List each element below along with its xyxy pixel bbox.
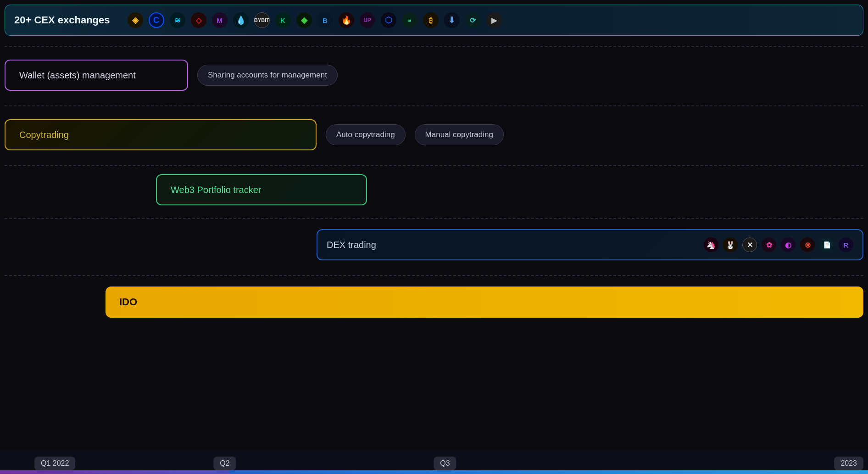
coinbase-icon[interactable]: C (149, 12, 164, 28)
divider-1 (5, 46, 863, 47)
timeline-label-q3: Q3 (434, 457, 456, 470)
stacks-icon[interactable]: ≡ (402, 12, 417, 28)
web3-label: Web3 Portfolio tracker (171, 185, 262, 195)
timeline-label-q2: Q2 (213, 457, 236, 470)
manga-icon[interactable]: 📄 (819, 237, 834, 252)
tradeogre-icon[interactable]: ≋ (170, 12, 185, 28)
last-ex-icon[interactable]: ▶ (486, 12, 502, 28)
rabbit-icon[interactable]: 🐰 (723, 237, 738, 252)
nav-icon[interactable]: ⬡ (381, 12, 396, 28)
dex-icons: 🦄 🐰 ✕ ✿ ◐ ⊗ 📄 R (704, 237, 853, 252)
divider-2 (5, 105, 863, 106)
copytrading-box: Copytrading (5, 119, 317, 150)
ido-box: IDO (106, 287, 863, 318)
exchange-icons: ◈ C ≋ ◇ M 💧 BYBIT K ◆ B 🔥 UP ⬡ ≡ ₿ ⬇ ⟳ ▶ (128, 12, 502, 28)
sharing-tag: Sharing accounts for management (197, 65, 338, 86)
binance-icon[interactable]: ◈ (128, 12, 143, 28)
bex-icon[interactable]: B (317, 12, 333, 28)
gate-icon[interactable]: ◇ (191, 12, 206, 28)
divider-4 (5, 218, 863, 219)
auto-label: Auto copytrading (336, 130, 395, 139)
curve-icon[interactable]: ◐ (781, 237, 796, 252)
ido-row: IDO (5, 287, 863, 318)
layer-icon[interactable]: ⟳ (465, 12, 481, 28)
manual-copytrading-tag: Manual copytrading (415, 124, 504, 145)
timeline-segment-purple (0, 470, 229, 474)
cross-icon[interactable]: ⊗ (800, 237, 815, 252)
auto-copytrading-tag: Auto copytrading (326, 124, 406, 145)
wallet-label: Wallet (assets) management (19, 70, 136, 81)
dex-container: DEX trading 🦄 🐰 ✕ ✿ ◐ ⊗ 📄 R (317, 229, 863, 260)
cex-bar: 20+ CEX exchanges ◈ C ≋ ◇ M 💧 BYBIT K ◆ … (5, 5, 863, 36)
bitget-icon[interactable]: 🔥 (339, 12, 354, 28)
ido-label: IDO (119, 296, 137, 308)
web3-box: Web3 Portfolio tracker (156, 174, 367, 205)
kucoin-icon[interactable]: K (275, 12, 291, 28)
copytrading-label: Copytrading (19, 130, 69, 140)
sharing-label: Sharing accounts for management (208, 71, 327, 79)
liquid-icon[interactable]: 💧 (233, 12, 249, 28)
copytrading-row: Copytrading Auto copytrading Manual copy… (5, 119, 863, 150)
pink-dex-icon[interactable]: ✿ (762, 237, 776, 252)
timeline: Q1 2022 Q2 Q3 2023 (0, 450, 868, 474)
manual-label: Manual copytrading (425, 130, 493, 139)
upbit-icon[interactable]: UP (360, 12, 375, 28)
bitcoin-gold-icon[interactable]: ₿ (423, 12, 439, 28)
green-ex-icon[interactable]: ◆ (296, 12, 312, 28)
x-dex-icon[interactable]: ✕ (742, 237, 757, 252)
timeline-label-q1: Q1 2022 (34, 457, 75, 470)
cex-title: 20+ CEX exchanges (14, 14, 110, 26)
dex1-icon[interactable]: ⬇ (444, 12, 460, 28)
divider-3 (5, 165, 863, 166)
timeline-segment-blue (229, 470, 868, 474)
dex-title: DEX trading (327, 240, 376, 250)
timeline-label-2023: 2023 (834, 457, 863, 470)
bybit-icon[interactable]: BYBIT (254, 12, 270, 28)
wallet-row: Wallet (assets) management Sharing accou… (5, 60, 863, 91)
uniswap-icon[interactable]: 🦄 (704, 237, 718, 252)
wallet-box: Wallet (assets) management (5, 60, 188, 91)
web3-row: Web3 Portfolio tracker (5, 174, 863, 205)
meta-icon[interactable]: M (212, 12, 228, 28)
dex-row: DEX trading 🦄 🐰 ✕ ✿ ◐ ⊗ 📄 R (5, 229, 863, 260)
divider-5 (5, 275, 863, 276)
r-dex-icon[interactable]: R (839, 237, 853, 252)
